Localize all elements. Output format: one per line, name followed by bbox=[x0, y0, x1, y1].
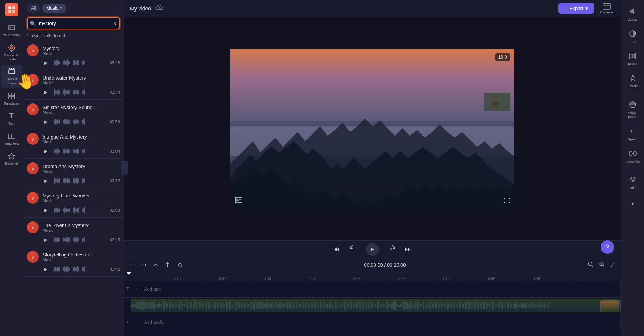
fullscreen-button[interactable]: ⛶ bbox=[504, 197, 510, 204]
music-play-button[interactable]: ▶ bbox=[43, 118, 49, 125]
music-play-button[interactable]: ▶ bbox=[43, 89, 49, 96]
music-list-item[interactable]: ♪ Mystery Harp Wonder Music ▶ 01:08 bbox=[23, 188, 124, 218]
ruler-mark: 0:09 bbox=[532, 277, 577, 281]
svg-rect-4 bbox=[9, 25, 15, 30]
brand-kit-icon bbox=[7, 152, 16, 161]
music-play-button[interactable]: ▶ bbox=[43, 177, 49, 184]
audio-track-row: ♪ + + Add audio bbox=[124, 314, 621, 330]
sidebar-item-record-create[interactable]: Record & create bbox=[1, 41, 22, 64]
music-waveform bbox=[52, 147, 106, 155]
right-item-color[interactable]: Color bbox=[622, 171, 643, 193]
sidebar-item-content-library[interactable]: Content library bbox=[1, 65, 22, 88]
svg-point-64 bbox=[632, 180, 634, 181]
svg-rect-22 bbox=[12, 134, 15, 139]
text-icon: T bbox=[7, 112, 16, 121]
sidebar-item-brand-kit[interactable]: Brand kit bbox=[1, 149, 22, 168]
svg-text:5: 5 bbox=[352, 248, 353, 251]
music-list-item[interactable]: ♪ Sinister Mystery Sound... Music ▶ 00:5… bbox=[23, 100, 124, 129]
play-pause-button[interactable] bbox=[366, 243, 379, 256]
sidebar-item-label-text: Text bbox=[8, 122, 15, 126]
zoom-in-button[interactable] bbox=[597, 261, 606, 270]
music-list-item[interactable]: ♪ The River Of Mystery Music ▶ 02:43 bbox=[23, 218, 124, 247]
delete-button[interactable]: 🗑 bbox=[163, 261, 172, 269]
cut-button[interactable]: ✂ bbox=[152, 261, 160, 269]
skip-back-button[interactable]: ⏮ bbox=[333, 245, 340, 253]
undo-button[interactable]: ↩ bbox=[129, 261, 136, 269]
tab-music-close[interactable]: ✕ bbox=[59, 6, 62, 10]
svg-rect-21 bbox=[8, 134, 11, 139]
right-item-adjust-colors[interactable]: Adjust colors bbox=[622, 96, 643, 122]
music-list-item[interactable]: ♪ Mystery Music ▶ 03:28 bbox=[23, 41, 124, 70]
right-item-label-transition: Transition bbox=[625, 160, 640, 164]
music-list-item[interactable]: ♪ Storytelling Orchestral ... Music ▶ 00… bbox=[23, 247, 124, 277]
zoom-out-button[interactable] bbox=[586, 261, 595, 270]
svg-point-57 bbox=[632, 55, 634, 57]
sidebar-item-text[interactable]: T Text bbox=[1, 109, 22, 128]
redo-button[interactable]: ↪ bbox=[140, 261, 148, 269]
right-item-audio[interactable]: Audio bbox=[622, 3, 643, 25]
add-audio-button[interactable]: + + Add audio bbox=[131, 314, 621, 330]
add-text-button[interactable]: + + Add text bbox=[131, 281, 621, 297]
right-item-label-speed: Speed bbox=[628, 137, 637, 141]
captions-button[interactable]: Captions bbox=[598, 1, 615, 16]
export-button[interactable]: ↑ Export ▾ bbox=[558, 3, 594, 14]
templates-icon bbox=[7, 91, 16, 100]
duplicate-button[interactable]: ⊕ bbox=[176, 261, 184, 269]
video-clip[interactable] bbox=[131, 299, 621, 312]
sidebar-item-templates[interactable]: Templates bbox=[1, 89, 22, 108]
svg-rect-18 bbox=[12, 93, 15, 96]
right-item-speed[interactable]: Speed bbox=[622, 123, 643, 144]
skip-forward-button[interactable]: ⏭ bbox=[405, 245, 412, 253]
music-play-button[interactable]: ▶ bbox=[43, 207, 49, 214]
svg-rect-59 bbox=[629, 152, 632, 155]
tab-all[interactable]: All bbox=[27, 4, 40, 13]
cloud-save-icon[interactable] bbox=[155, 5, 164, 12]
ruler-mark: 0:02 bbox=[218, 277, 263, 281]
svg-rect-27 bbox=[603, 3, 610, 9]
right-panel-expand[interactable]: ▾ bbox=[622, 195, 643, 212]
timeline-time: 00:00.00 / 00:10.00 bbox=[188, 262, 582, 268]
fit-to-screen-button[interactable]: ⤢ bbox=[609, 261, 616, 270]
music-list-item[interactable]: ♪ Drama And Mystery Music ▶ 02:32 bbox=[23, 159, 124, 188]
right-item-filters[interactable]: Filters bbox=[622, 48, 643, 69]
help-button[interactable]: ? bbox=[601, 240, 614, 254]
aspect-ratio-badge[interactable]: 16:9 bbox=[495, 53, 510, 61]
tab-music[interactable]: Music ✕ bbox=[42, 4, 66, 13]
forward-5-button[interactable]: 5 bbox=[388, 244, 396, 254]
search-icon: 🔍 bbox=[30, 21, 36, 26]
right-item-effects[interactable]: Effects bbox=[622, 70, 643, 91]
playback-controls: ⏮ 5 5 ⏭ bbox=[124, 240, 621, 258]
search-input[interactable] bbox=[27, 17, 120, 29]
music-play-button[interactable]: ▶ bbox=[43, 148, 49, 155]
music-play-button[interactable]: ▶ bbox=[43, 59, 49, 66]
music-list-item[interactable]: ♪ Intrigue And Mystery Music ▶ 03:04 bbox=[23, 129, 124, 159]
adjust-colors-icon bbox=[628, 99, 638, 110]
music-category: Music bbox=[43, 110, 120, 115]
record-create-icon bbox=[7, 43, 16, 52]
sidebar-item-your-media[interactable]: Your media bbox=[1, 21, 22, 40]
music-play-button[interactable]: ▶ bbox=[43, 266, 49, 273]
right-divider bbox=[625, 94, 640, 94]
timeline-ruler: 0:01 0:02 0:03 0:04 0:05 0:06 0: bbox=[124, 272, 621, 281]
svg-rect-2 bbox=[8, 10, 11, 13]
panel-tabs: All Music ✕ bbox=[23, 0, 124, 15]
video-track-content[interactable] bbox=[131, 298, 621, 314]
panel-collapse-handle[interactable]: ‹ bbox=[121, 161, 128, 175]
results-count: 1,534 results found bbox=[23, 32, 124, 41]
music-play-button[interactable]: ▶ bbox=[43, 236, 49, 243]
music-category: Music bbox=[43, 81, 120, 85]
svg-line-53 bbox=[603, 265, 604, 267]
right-item-label-adjust-colors: Adjust colors bbox=[624, 111, 642, 119]
music-list-item[interactable]: ♪ Underwater Mystery Music ▶ 03:34 bbox=[23, 70, 124, 100]
right-item-transition[interactable]: Transition bbox=[622, 145, 643, 167]
subtitle-button[interactable] bbox=[235, 197, 242, 204]
right-divider-2 bbox=[625, 169, 640, 169]
sidebar-item-transitions[interactable]: Transitions bbox=[1, 130, 22, 148]
search-clear-icon[interactable]: ✕ bbox=[113, 21, 117, 26]
export-dropdown-icon: ▾ bbox=[585, 6, 588, 11]
right-item-label-audio: Audio bbox=[628, 18, 637, 22]
right-item-fade[interactable]: Fade bbox=[622, 25, 643, 47]
export-icon: ↑ bbox=[564, 6, 567, 11]
svg-rect-20 bbox=[12, 96, 15, 99]
rewind-5-button[interactable]: 5 bbox=[349, 244, 357, 254]
